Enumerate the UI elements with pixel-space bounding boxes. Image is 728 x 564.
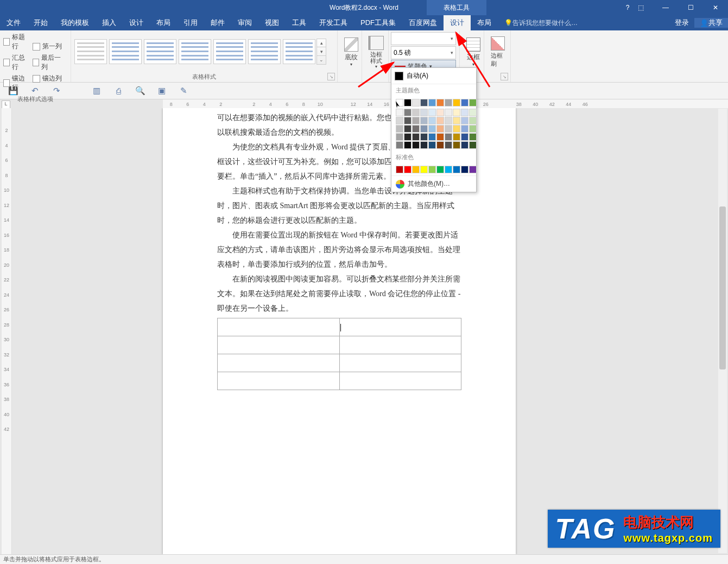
color-swatch[interactable] — [404, 99, 412, 106]
color-swatch[interactable] — [396, 133, 403, 141]
color-swatch[interactable] — [396, 141, 403, 149]
color-swatch[interactable] — [412, 166, 420, 173]
color-swatch[interactable] — [404, 125, 412, 133]
border-painter-button[interactable]: 边框刷 — [488, 36, 508, 68]
table-cell[interactable] — [339, 372, 461, 390]
border-style-button[interactable]: 边框样式▾ — [365, 36, 387, 69]
table-style-thumb[interactable] — [109, 39, 142, 64]
doc-paragraph[interactable]: 在新的阅读视图中阅读更加容易。可以折叠文档某些部分并关注所需文本。如果在达到结尾… — [217, 272, 461, 316]
color-swatch[interactable] — [461, 117, 469, 124]
qat-btn-3[interactable]: 🔍 — [135, 85, 145, 96]
color-swatch[interactable] — [404, 109, 412, 116]
checkbox-第一列[interactable]: 第一列 — [33, 42, 63, 51]
dialog-launcher-borders[interactable]: ↘ — [501, 73, 508, 80]
table-cell[interactable] — [218, 354, 340, 372]
table-style-thumb[interactable] — [179, 39, 211, 64]
color-swatch[interactable] — [428, 166, 436, 173]
maximize-button[interactable]: ☐ — [678, 0, 703, 15]
color-swatch[interactable] — [412, 125, 420, 133]
color-swatch[interactable] — [404, 166, 412, 173]
table-style-thumb[interactable] — [74, 39, 107, 64]
table-cell[interactable] — [218, 372, 340, 390]
color-swatch[interactable] — [436, 109, 444, 116]
tab-布局[interactable]: 布局 — [471, 15, 498, 30]
color-swatch[interactable] — [436, 99, 444, 106]
border-preview-dropdown[interactable]: ▾ — [391, 32, 456, 45]
color-swatch[interactable] — [428, 117, 436, 124]
color-swatch[interactable] — [420, 125, 428, 133]
color-swatch[interactable] — [428, 109, 436, 116]
table-styles-gallery[interactable] — [74, 39, 315, 64]
color-swatch[interactable] — [420, 133, 428, 141]
color-swatch[interactable] — [396, 166, 403, 173]
color-swatch[interactable] — [469, 166, 477, 173]
table-style-thumb[interactable] — [144, 39, 176, 64]
tab-设计[interactable]: 设计 — [123, 15, 150, 30]
color-swatch[interactable] — [436, 117, 444, 124]
color-swatch[interactable] — [453, 141, 460, 149]
color-swatch[interactable] — [420, 166, 428, 173]
checkbox-汇总行[interactable]: 汇总行 — [3, 53, 28, 72]
table-cell[interactable] — [339, 354, 461, 372]
color-swatch[interactable] — [445, 166, 452, 173]
vertical-scrollbar[interactable] — [718, 109, 727, 553]
qat-btn-4[interactable]: ▣ — [156, 85, 167, 96]
color-swatch[interactable] — [453, 109, 460, 116]
tab-工具[interactable]: 工具 — [286, 15, 313, 30]
color-swatch[interactable] — [461, 133, 469, 141]
color-swatch[interactable] — [445, 125, 452, 133]
table-style-thumb[interactable] — [283, 39, 315, 64]
tab-布局[interactable]: 布局 — [150, 15, 177, 30]
color-swatch[interactable] — [453, 166, 460, 173]
color-swatch[interactable] — [420, 99, 428, 106]
color-swatch[interactable] — [436, 166, 444, 173]
color-swatch[interactable] — [445, 109, 452, 116]
color-swatch[interactable] — [396, 109, 403, 116]
tab-引用[interactable]: 引用 — [177, 15, 204, 30]
color-swatch[interactable] — [396, 117, 403, 124]
color-swatch[interactable] — [469, 117, 477, 124]
tab-开发工具[interactable]: 开发工具 — [313, 15, 354, 30]
tab-设计[interactable]: 设计 — [444, 15, 471, 30]
color-swatch[interactable] — [396, 99, 403, 106]
color-swatch[interactable] — [469, 133, 477, 141]
tab-百度网盘[interactable]: 百度网盘 — [402, 15, 444, 30]
color-swatch[interactable] — [420, 141, 428, 149]
qat-btn-5[interactable]: ✎ — [178, 85, 189, 96]
color-auto-option[interactable]: 自动(A) — [391, 68, 476, 84]
color-swatch[interactable] — [461, 141, 469, 149]
color-swatch[interactable] — [453, 99, 460, 106]
table-cell[interactable] — [339, 318, 461, 336]
color-swatch[interactable] — [453, 117, 460, 124]
color-swatch[interactable] — [404, 117, 412, 124]
color-swatch[interactable] — [396, 125, 403, 133]
document-table[interactable] — [217, 318, 461, 390]
close-button[interactable]: ✕ — [703, 0, 728, 15]
tab-插入[interactable]: 插入 — [96, 15, 123, 30]
color-swatch[interactable] — [461, 109, 469, 116]
vertical-ruler[interactable]: 24681012141618202224262830323436384042 — [2, 108, 12, 555]
color-swatch[interactable] — [428, 125, 436, 133]
tab-审阅[interactable]: 审阅 — [231, 15, 258, 30]
color-swatch[interactable] — [469, 125, 477, 133]
color-swatch[interactable] — [469, 109, 477, 116]
color-swatch[interactable] — [445, 141, 452, 149]
color-swatch[interactable] — [412, 109, 420, 116]
color-swatch[interactable] — [436, 133, 444, 141]
color-swatch[interactable] — [428, 133, 436, 141]
qat-btn-2[interactable]: ⎙ — [113, 85, 124, 96]
tab-开始[interactable]: 开始 — [27, 15, 54, 30]
table-style-thumb[interactable] — [213, 39, 246, 64]
tab-文件[interactable]: 文件 — [0, 15, 27, 30]
dialog-launcher-styles[interactable]: ↘ — [327, 73, 335, 80]
share-button[interactable]: 👤 共享 — [694, 18, 728, 28]
color-swatch[interactable] — [420, 117, 428, 124]
tab-视图[interactable]: 视图 — [258, 15, 286, 30]
tab-PDF工具集[interactable]: PDF工具集 — [354, 15, 402, 30]
pen-weight-dropdown[interactable]: 0.5 磅▾ — [391, 46, 456, 59]
color-swatch[interactable] — [428, 141, 436, 149]
tell-me[interactable]: 💡 告诉我您想要做什么… — [498, 15, 584, 30]
color-swatch[interactable] — [469, 141, 477, 149]
tab-邮件[interactable]: 邮件 — [204, 15, 231, 30]
color-swatch[interactable] — [404, 133, 412, 141]
